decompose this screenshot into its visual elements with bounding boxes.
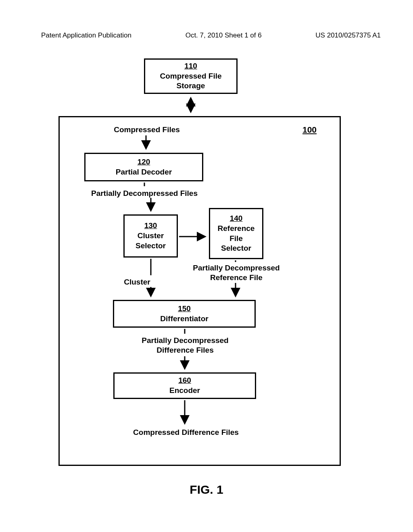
box-storage: 110 Compressed File Storage — [144, 58, 238, 94]
box-ref-num: 140 — [230, 214, 243, 224]
box-cluster-selector: 130 Cluster Selector — [123, 214, 178, 258]
label-compressed-files: Compressed Files — [106, 125, 187, 135]
header-right: US 2010/0257375 A1 — [315, 31, 381, 39]
box-storage-num: 110 — [184, 61, 197, 71]
box-encoder: 160 Encoder — [113, 372, 256, 399]
page-header: Patent Application Publication Oct. 7, 2… — [0, 0, 413, 44]
box-enc-num: 160 — [178, 376, 191, 386]
box-decoder: 120 Partial Decoder — [84, 153, 203, 181]
box-differentiator: 150 Differentiator — [113, 300, 256, 328]
label-cd-files: Compressed Difference Files — [123, 428, 248, 437]
label-pd-ref: Partially Decompressed Reference File — [184, 263, 289, 283]
box-decoder-num: 120 — [138, 157, 150, 167]
header-center: Oct. 7, 2010 Sheet 1 of 6 — [186, 31, 262, 39]
box-reference-selector: 140 Reference File Selector — [209, 208, 263, 259]
figure-label: FIG. 1 — [0, 483, 413, 497]
label-pd-diff: Partially Decompressed Difference Files — [131, 336, 240, 355]
box-cluster-label: Cluster Selector — [136, 231, 166, 251]
box-storage-label: Compressed File Storage — [160, 71, 221, 91]
box-diff-num: 150 — [178, 304, 191, 314]
box-diff-label: Differentiator — [160, 314, 208, 324]
box-cluster-num: 130 — [144, 221, 157, 231]
label-partially-decompressed: Partially Decompressed Files — [84, 189, 205, 198]
box-enc-label: Encoder — [169, 386, 200, 396]
box-ref-label: Reference File Selector — [218, 224, 255, 254]
label-cluster: Cluster — [119, 277, 155, 287]
box-decoder-label: Partial Decoder — [116, 167, 172, 177]
system-ref: 100 — [302, 125, 317, 135]
header-left: Patent Application Publication — [41, 31, 131, 39]
diagram-canvas: 110 Compressed File Storage 100 Compress… — [0, 56, 413, 500]
